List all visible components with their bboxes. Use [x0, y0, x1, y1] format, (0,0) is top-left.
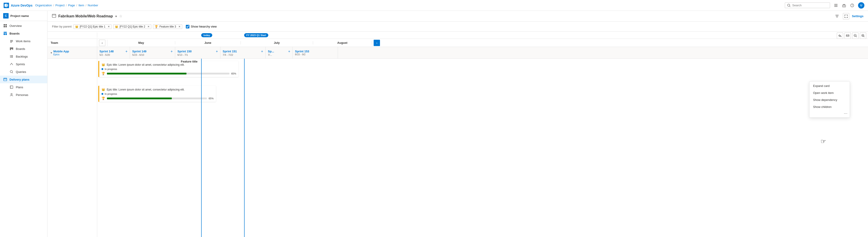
sidebar-plans-label: Plans: [16, 86, 23, 89]
sidebar-item-boards-header[interactable]: Boards: [0, 30, 47, 37]
project-avatar: C: [3, 13, 8, 19]
sidebar-item-backlogs[interactable]: Backlogs: [0, 53, 47, 60]
hierarchy-checkbox[interactable]: [186, 25, 189, 28]
team-expand-icon[interactable]: ▾: [51, 51, 52, 55]
sprint-149-add[interactable]: +: [170, 49, 173, 54]
zoom-out-button[interactable]: [852, 33, 859, 39]
sidebar-item-delivery-plans[interactable]: Delivery plans: [0, 76, 47, 83]
filter-tag-epic2[interactable]: 👑 [FY22 Q1] Epic title 2 ✕: [113, 24, 151, 29]
sidebar-boards-sub-label: Boards: [16, 47, 25, 50]
breadcrumb-org[interactable]: Organization: [35, 4, 52, 7]
work-items-icon: [9, 39, 13, 43]
sprint-148-name: Sprint 148: [99, 50, 114, 53]
card-1-status-label: In progress: [105, 68, 117, 70]
sidebar-item-plans[interactable]: Plans: [0, 83, 47, 91]
sidebar-item-boards-sub[interactable]: Boards: [0, 45, 47, 53]
filter-bar: Filter by parent 👑 [FY22 Q1] Epic title …: [48, 22, 868, 32]
hierarchy-toggle[interactable]: Show hiearchy view: [186, 25, 217, 28]
ctx-expand-card[interactable]: Expand card: [809, 82, 850, 90]
svg-rect-14: [5, 26, 7, 27]
work-card-1[interactable]: 👑 Epic title: Lorem ipsum dolor sit amet…: [98, 61, 239, 77]
settings-button[interactable]: Settings: [852, 14, 864, 18]
feature-title-label: Feature title: [181, 60, 197, 63]
zoom-in-button[interactable]: [860, 33, 866, 39]
cards-area: 👑 Epic title: Lorem ipsum dolor sit amet…: [97, 59, 868, 237]
sidebar-item-work-items[interactable]: Work items: [0, 37, 47, 45]
sidebar-item-overview[interactable]: Overview: [0, 22, 47, 30]
sidebar-item-queries[interactable]: Queries: [0, 68, 47, 76]
filter-button[interactable]: [834, 13, 840, 20]
svg-rect-17: [5, 33, 7, 35]
filter-tag-epic1[interactable]: 👑 [FY22 Q1] Epic title 1 ✕: [73, 24, 112, 29]
timeline-prev-button[interactable]: ‹: [99, 40, 105, 46]
sidebar-item-sprints[interactable]: Sprints: [0, 60, 47, 68]
sidebar-sprints-label: Sprints: [16, 63, 25, 66]
breadcrumb-page[interactable]: Page: [68, 4, 75, 7]
azure-devops-logo: [4, 3, 9, 8]
sidebar-item-overview-label: Overview: [9, 24, 22, 28]
sprint-152-add[interactable]: +: [288, 49, 290, 54]
sprint-150-add[interactable]: +: [216, 49, 218, 54]
app-logo[interactable]: Azure DevOps: [4, 3, 33, 8]
header-actions: Settings: [834, 13, 864, 20]
personas-icon: [9, 93, 13, 97]
sidebar-project: C Project name: [0, 11, 47, 21]
gift-icon[interactable]: [842, 3, 846, 8]
breadcrumb-project[interactable]: Project: [55, 4, 64, 7]
filter-tag-epic1-close[interactable]: ✕: [107, 25, 110, 28]
sprint-148-add[interactable]: +: [125, 49, 127, 54]
crown-icon-1: 👑: [75, 25, 79, 28]
boards-icon: [3, 31, 7, 35]
help-icon[interactable]: ?: [850, 3, 855, 8]
project-name: Project name: [10, 14, 29, 18]
card-1-title: 👑 Epic title: Lorem ipsum dolor sit amet…: [101, 63, 236, 67]
list-icon[interactable]: [834, 3, 838, 8]
share-link-button[interactable]: [837, 33, 843, 39]
svg-rect-5: [834, 6, 837, 7]
sidebar-queries-label: Queries: [16, 70, 26, 74]
sprint-151-add[interactable]: +: [261, 49, 263, 54]
filter-tag-epic1-label: [FY22 Q1] Epic title 1: [80, 25, 105, 28]
team-sub: Epics: [53, 53, 69, 56]
page-header: Fabrikam Mobile/Web Roadmap ▾ ☆ Settings: [48, 11, 868, 22]
sidebar-personas-label: Personas: [16, 93, 28, 97]
sprint-152-cell: Sp... + 7/...: [266, 47, 293, 59]
month-july: July: [241, 41, 313, 44]
main-content: Fabrikam Mobile/Web Roadmap ▾ ☆ Settings…: [48, 11, 868, 237]
svg-rect-22: [11, 47, 12, 49]
hierarchy-label: Show hiearchy view: [191, 25, 217, 28]
app-layout: C Project name Overview Boards: [0, 11, 868, 237]
filter-tag-feature3[interactable]: 🏆 Feature title 3 ✕: [153, 24, 182, 29]
svg-rect-16: [4, 33, 5, 35]
ctx-show-children-label: Show children: [813, 105, 832, 108]
search-input[interactable]: [792, 4, 824, 7]
sprint-149-name: Sprint 149: [132, 50, 147, 53]
svg-rect-20: [10, 42, 12, 42]
avatar[interactable]: U: [858, 2, 864, 8]
breadcrumb-item[interactable]: Item: [79, 4, 84, 7]
sidebar-item-personas[interactable]: Personas: [0, 91, 47, 99]
ctx-open-work-item[interactable]: Open work item: [809, 90, 850, 96]
filter-tag-epic2-close[interactable]: ✕: [147, 25, 150, 28]
dropdown-arrow-icon[interactable]: ▾: [115, 14, 117, 18]
breadcrumb-number[interactable]: Number: [88, 4, 98, 7]
sprint-148-dates: 5/2 - 5/20: [99, 54, 127, 56]
ctx-show-children[interactable]: Show children: [809, 103, 850, 110]
work-card-2[interactable]: 👑 Epic title: Lorem ipsum dolor sit amet…: [98, 86, 216, 102]
backlogs-icon: [9, 55, 13, 59]
ctx-show-dependency[interactable]: Show dependency: [809, 96, 850, 103]
favorite-icon[interactable]: ☆: [119, 14, 122, 18]
breadcrumb: Organization / Project / Page / Item / N…: [35, 4, 98, 7]
search-box[interactable]: [785, 2, 830, 8]
email-button[interactable]: [844, 33, 851, 39]
card-1-progress-pct: 65%: [231, 72, 236, 75]
card-2-status: In progress: [101, 93, 214, 95]
svg-rect-27: [11, 56, 13, 57]
ctx-more-icon[interactable]: ⋯: [844, 111, 847, 115]
card-1-progress-row: 🏆 65%: [101, 72, 236, 75]
board-sub-icon: [9, 47, 13, 51]
expand-button[interactable]: [843, 13, 849, 20]
filter-tag-feature3-close[interactable]: ✕: [178, 25, 181, 28]
svg-text:?: ?: [852, 4, 853, 7]
timeline-next-button[interactable]: ›: [374, 40, 380, 46]
